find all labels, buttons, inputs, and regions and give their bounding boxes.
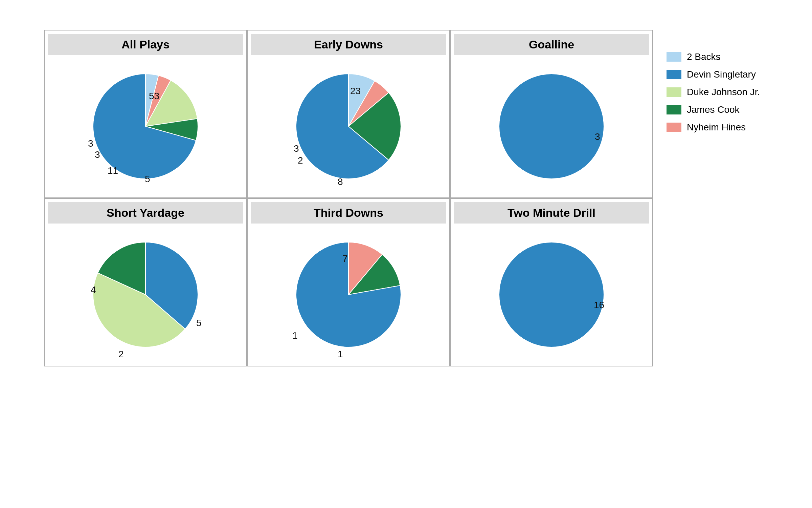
legend-label: Nyheim Hines (687, 122, 746, 133)
legend-label: Duke Johnson Jr. (687, 87, 760, 98)
legend-area: 2 Backs Devin Singletary Duke Johnson Jr… (653, 30, 768, 146)
pie-label-7: 7 (342, 253, 348, 264)
pie-container-5: 16 (491, 234, 612, 356)
pie-container-3: 452 (85, 234, 206, 356)
legend-swatch (667, 87, 681, 97)
pie-svg-0 (85, 65, 206, 187)
legend-item: 2 Backs (667, 51, 761, 62)
pie-svg-4 (288, 234, 409, 356)
svg-point-0 (499, 74, 604, 179)
pie-container-2: 3 (491, 65, 612, 187)
legend-swatch (667, 123, 681, 132)
pie-label-3: 3 (95, 149, 100, 160)
chart-grid: All Plays5333115Early Downs23328Goalline… (44, 30, 653, 366)
chart-title-4: Third Downs (251, 202, 446, 224)
pie-label-4: 4 (91, 284, 96, 295)
pie-svg-2 (491, 65, 612, 187)
content-area: All Plays5333115Early Downs23328Goalline… (7, 30, 805, 366)
chart-cell-2: Goalline3 (450, 30, 653, 198)
chart-title-0: All Plays (48, 34, 243, 55)
legend-swatch (667, 105, 681, 114)
legend-swatch (667, 52, 681, 62)
pie-label-5: 5 (145, 174, 150, 185)
pie-container-4: 711 (288, 234, 409, 356)
pie-svg-5 (491, 234, 612, 356)
chart-cell-0: All Plays5333115 (44, 30, 247, 198)
pie-label-1: 1 (338, 349, 343, 360)
chart-title-2: Goalline (454, 34, 649, 55)
chart-title-5: Two Minute Drill (454, 202, 649, 224)
pie-label-16: 16 (594, 300, 604, 311)
legend-item: Nyheim Hines (667, 122, 761, 133)
chart-title-1: Early Downs (251, 34, 446, 55)
pie-label-3: 3 (595, 131, 600, 142)
pie-label-2: 2 (118, 349, 124, 360)
chart-title-3: Short Yardage (48, 202, 243, 224)
legend-swatch (667, 70, 681, 79)
legend-label: 2 Backs (687, 51, 721, 62)
pie-label-5: 5 (196, 318, 202, 329)
pie-label-1: 1 (292, 330, 298, 341)
legend-item: Devin Singletary (667, 69, 761, 80)
legend-label: Devin Singletary (687, 69, 756, 80)
chart-cell-3: Short Yardage452 (44, 198, 247, 366)
pie-label-8: 8 (338, 176, 343, 187)
legend-item: James Cook (667, 104, 761, 115)
pie-label-3: 3 (294, 143, 299, 154)
pie-label-23: 23 (350, 86, 361, 97)
pie-label-3: 3 (88, 138, 93, 149)
chart-cell-5: Two Minute Drill16 (450, 198, 653, 366)
pie-label-53: 53 (149, 91, 159, 102)
legend-items: 2 Backs Devin Singletary Duke Johnson Jr… (667, 51, 761, 140)
pie-label-2: 2 (298, 155, 303, 166)
pie-svg-3 (85, 234, 206, 356)
legend-item: Duke Johnson Jr. (667, 87, 761, 98)
pie-label-11: 11 (108, 165, 118, 176)
pie-svg-1 (288, 65, 409, 187)
chart-cell-4: Third Downs711 (247, 198, 450, 366)
pie-container-1: 23328 (288, 65, 409, 187)
svg-point-1 (499, 242, 604, 347)
chart-cell-1: Early Downs23328 (247, 30, 450, 198)
legend-label: James Cook (687, 104, 740, 115)
pie-container-0: 5333115 (85, 65, 206, 187)
